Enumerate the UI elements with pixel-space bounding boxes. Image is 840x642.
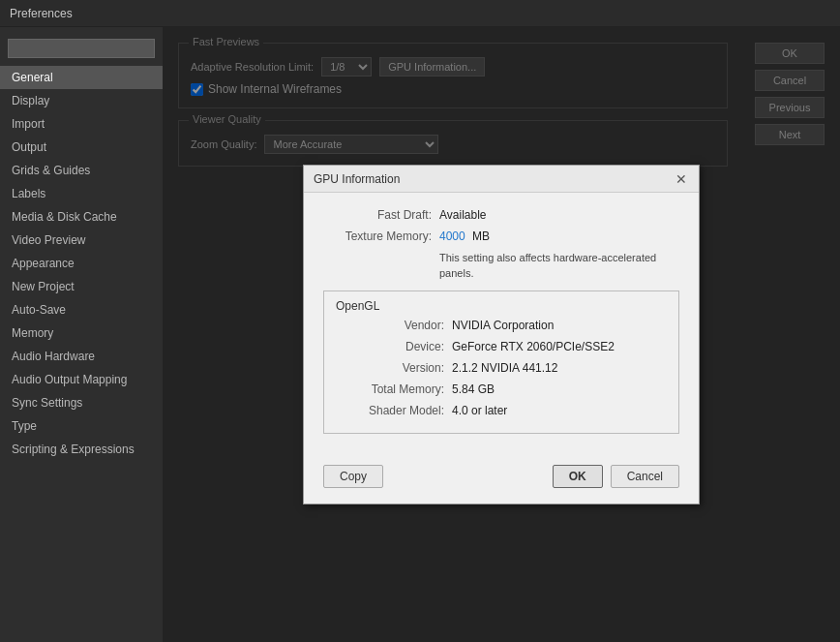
- total-memory-row: Total Memory: 5.84 GB: [336, 382, 667, 396]
- opengl-title: OpenGL: [336, 299, 667, 313]
- vendor-label: Vendor:: [336, 319, 452, 332]
- shader-model-label: Shader Model:: [336, 404, 452, 417]
- version-label: Version:: [336, 361, 452, 375]
- dialog-center-buttons: OK Cancel: [553, 465, 679, 488]
- sidebar-item-scripting-expressions[interactable]: Scripting & Expressions: [0, 438, 163, 461]
- title-bar: Preferences: [0, 0, 840, 27]
- fast-draft-label: Fast Draft:: [323, 208, 439, 222]
- shader-model-row: Shader Model: 4.0 or later: [336, 404, 667, 417]
- texture-memory-row: Texture Memory: 4000 MB: [323, 229, 679, 243]
- content-area: OK Cancel Previous Next Fast Previews Ad…: [163, 27, 840, 642]
- sidebar-item-display[interactable]: Display: [0, 89, 163, 112]
- dialog-overlay: GPU Information ✕ Fast Draft: Available …: [163, 27, 840, 642]
- device-label: Device:: [336, 340, 452, 353]
- sidebar-item-appearance[interactable]: Appearance: [0, 252, 163, 275]
- sidebar-item-output[interactable]: Output: [0, 136, 163, 159]
- shader-model-value: 4.0 or later: [452, 404, 507, 417]
- main-layout: General Display Import Output Grids & Gu…: [0, 27, 840, 642]
- sidebar-item-video-preview[interactable]: Video Preview: [0, 229, 163, 252]
- sidebar-item-labels[interactable]: Labels: [0, 182, 163, 205]
- dialog-buttons: Copy OK Cancel: [304, 465, 699, 504]
- dialog-copy-button[interactable]: Copy: [323, 465, 383, 488]
- sidebar-item-sync-settings[interactable]: Sync Settings: [0, 391, 163, 414]
- opengl-box: OpenGL Vendor: NVIDIA Corporation Device…: [323, 290, 679, 434]
- sidebar-item-grids-guides[interactable]: Grids & Guides: [0, 159, 163, 182]
- sidebar-item-type[interactable]: Type: [0, 414, 163, 438]
- version-row: Version: 2.1.2 NVIDIA 441.12: [336, 361, 667, 375]
- sidebar-item-new-project[interactable]: New Project: [0, 275, 163, 298]
- texture-memory-value: 4000: [439, 229, 465, 243]
- texture-memory-container: 4000 MB: [439, 229, 490, 243]
- sidebar-item-general[interactable]: General: [0, 66, 163, 89]
- sidebar-item-media-disk-cache[interactable]: Media & Disk Cache: [0, 205, 163, 229]
- texture-memory-label: Texture Memory:: [323, 229, 439, 243]
- texture-note: This setting also affects hardware-accel…: [439, 251, 662, 281]
- dialog-title-bar: GPU Information ✕: [304, 166, 699, 193]
- vendor-row: Vendor: NVIDIA Corporation: [336, 319, 667, 332]
- texture-note-row: This setting also affects hardware-accel…: [323, 251, 679, 281]
- dialog-title: GPU Information: [314, 172, 400, 186]
- fast-draft-value: Available: [439, 208, 486, 222]
- total-memory-value: 5.84 GB: [452, 382, 495, 396]
- device-value: GeForce RTX 2060/PCIe/SSE2: [452, 340, 615, 353]
- sidebar-item-auto-save[interactable]: Auto-Save: [0, 298, 163, 321]
- sidebar-item-import[interactable]: Import: [0, 112, 163, 136]
- fast-draft-row: Fast Draft: Available: [323, 208, 679, 222]
- version-value: 2.1.2 NVIDIA 441.12: [452, 361, 557, 375]
- sidebar: General Display Import Output Grids & Gu…: [0, 27, 163, 642]
- dialog-body: Fast Draft: Available Texture Memory: 40…: [304, 193, 699, 465]
- dialog-ok-button[interactable]: OK: [553, 465, 603, 488]
- gpu-info-dialog: GPU Information ✕ Fast Draft: Available …: [303, 165, 700, 504]
- sidebar-item-memory[interactable]: Memory: [0, 321, 163, 345]
- sidebar-item-audio-hardware[interactable]: Audio Hardware: [0, 345, 163, 368]
- total-memory-label: Total Memory:: [336, 382, 452, 396]
- sidebar-item-audio-output-mapping[interactable]: Audio Output Mapping: [0, 368, 163, 391]
- texture-memory-unit: MB: [472, 229, 490, 243]
- vendor-value: NVIDIA Corporation: [452, 319, 554, 332]
- sidebar-search-container: [8, 39, 155, 58]
- sidebar-search-input[interactable]: [8, 39, 155, 58]
- dialog-close-button[interactable]: ✕: [674, 171, 689, 187]
- title-bar-text: Preferences: [10, 7, 73, 20]
- dialog-cancel-button[interactable]: Cancel: [611, 465, 679, 488]
- device-row: Device: GeForce RTX 2060/PCIe/SSE2: [336, 340, 667, 353]
